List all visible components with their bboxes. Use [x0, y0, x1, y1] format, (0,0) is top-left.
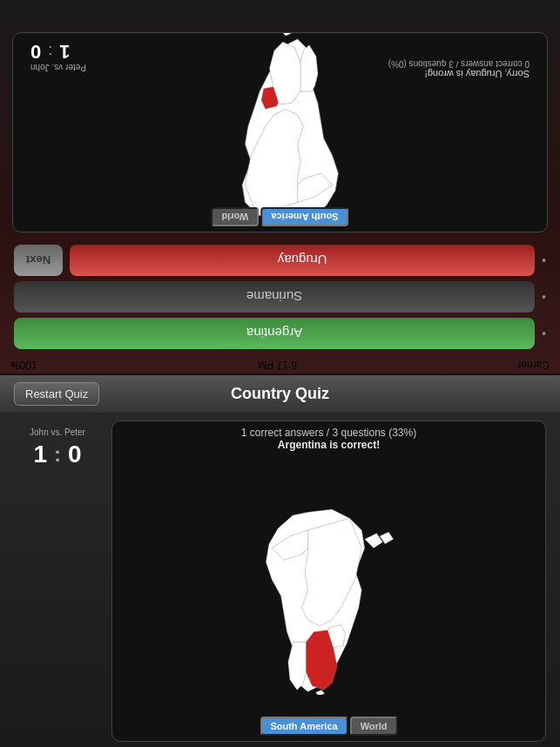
- top-half: Carrier 6:17 PM 100% • Argentina • Surin…: [0, 0, 560, 374]
- score-peter-top: 0: [30, 40, 41, 63]
- map-stats-bottom: 1 correct answers / 3 questions (33%): [241, 427, 416, 439]
- score-john-top: 1: [59, 40, 70, 63]
- score-john-bottom: 1: [33, 441, 47, 468]
- bullet-3-top: •: [542, 253, 546, 267]
- status-bar-top: Carrier 6:17 PM 100%: [0, 356, 560, 374]
- bottom-half: Restart Quiz Country Quiz John vs. Peter…: [0, 375, 560, 747]
- time-top: 6:17 PM: [258, 359, 297, 371]
- next-button-top[interactable]: Next: [14, 245, 63, 276]
- map-panel-bottom: 1 correct answers / 3 questions (33%) Ar…: [111, 421, 546, 742]
- map-svg-bottom: [112, 503, 545, 695]
- bullet-2-top: •: [542, 290, 546, 304]
- map-tabs-bottom: South America World: [260, 717, 397, 736]
- answer-row-2-top: • Suriname: [14, 281, 546, 313]
- score-panel: John vs. Peter 1 : 0: [14, 421, 101, 742]
- map-section-top: South America World Sorry, Uruguay is wr…: [12, 32, 548, 232]
- score-peter-bottom: 0: [68, 441, 82, 468]
- map-feedback-bottom: Argentina is correct!: [278, 439, 380, 451]
- feedback-top: Sorry, Uruguay is wrong! 0 correct answe…: [388, 59, 530, 79]
- battery-top: 100%: [10, 359, 37, 371]
- answer-suriname-top[interactable]: Suriname: [14, 281, 535, 313]
- tab-world-bottom[interactable]: World: [350, 717, 398, 736]
- tab-south-america-bottom[interactable]: South America: [260, 717, 347, 736]
- feedback-text-top: Sorry, Uruguay is wrong!: [388, 69, 530, 79]
- carrier-top: Carrier: [517, 359, 550, 371]
- stats-text-top: 0 correct answers / 3 questions (0%): [388, 59, 530, 69]
- answer-row-1-top: • Argentina: [14, 318, 546, 349]
- bullet-1-top: •: [542, 326, 546, 340]
- main-content: John vs. Peter 1 : 0 1 correct answers /…: [0, 414, 560, 747]
- score-vs-top: Peter vs. John: [30, 63, 86, 72]
- feedback-stats-bottom: 1 correct answers / 3 questions (33%) Ar…: [112, 421, 545, 456]
- tab-world-top[interactable]: World: [211, 207, 259, 226]
- score-colon: :: [54, 442, 61, 467]
- score-info-top: Peter vs. John 1 : 0: [30, 40, 86, 72]
- score-numbers: 1 : 0: [33, 441, 81, 468]
- map-area-bottom: South America World: [112, 456, 545, 741]
- answer-uruguay-top[interactable]: Uruguay: [70, 245, 535, 276]
- header-bar: Restart Quiz Country Quiz: [0, 375, 560, 414]
- restart-button[interactable]: Restart Quiz: [14, 382, 99, 406]
- answer-options-top: • Argentina • Suriname • Uruguay Next: [0, 238, 560, 356]
- map-tabs-top: South America World: [211, 207, 348, 226]
- page-title: Country Quiz: [231, 385, 329, 403]
- answer-row-3-top: • Uruguay Next: [14, 245, 546, 276]
- score-vs-bottom: John vs. Peter: [30, 427, 85, 437]
- answer-argentina-top[interactable]: Argentina: [14, 318, 535, 349]
- tab-south-america-top[interactable]: South America: [260, 207, 348, 226]
